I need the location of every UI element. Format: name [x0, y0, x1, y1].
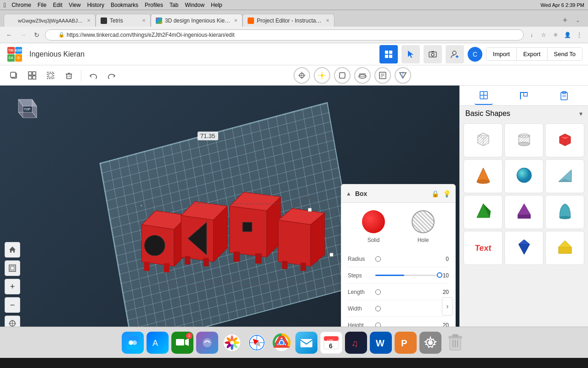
menu-tab[interactable]: Tab — [170, 2, 178, 8]
back-button[interactable]: ← — [4, 29, 15, 40]
menu-bookmarks[interactable]: Bookmarks — [111, 2, 138, 8]
width-circle-icon[interactable] — [375, 306, 381, 311]
dock-siri[interactable] — [196, 332, 218, 354]
dock-appstore[interactable]: A — [147, 332, 169, 354]
user-avatar[interactable]: C — [468, 47, 482, 62]
frame-button[interactable] — [5, 260, 20, 276]
import-button[interactable]: Import — [486, 48, 517, 60]
menu-view[interactable]: View — [69, 2, 81, 8]
select-tool-button[interactable] — [401, 45, 420, 63]
zoom-in-button[interactable]: + — [5, 279, 20, 294]
tab-2[interactable]: Tetris ✕ — [96, 14, 151, 27]
dock-settings[interactable] — [419, 332, 441, 354]
export-button[interactable]: Export — [517, 48, 548, 60]
align-button[interactable] — [5, 316, 20, 327]
menu-chrome[interactable]: Chrome — [11, 2, 31, 8]
light-button[interactable] — [314, 67, 330, 84]
shape-item-pyramid[interactable] — [464, 195, 503, 229]
tab-4[interactable]: Project Editor - Instructables ✕ — [243, 14, 334, 27]
panel-lock-button[interactable]: 🔒 — [431, 190, 439, 197]
camera-button[interactable] — [424, 45, 442, 63]
tab-1[interactable]: wGwgwZ9vq3jWgAAAABJRU5... ✕ — [4, 14, 96, 27]
steps-slider-thumb[interactable] — [437, 272, 442, 278]
dock-finder[interactable] — [122, 332, 144, 354]
add-user-button[interactable] — [446, 45, 464, 63]
user-menu[interactable]: 👤 — [562, 30, 572, 40]
tab-list-button[interactable]: ⌄ — [571, 14, 584, 27]
view-mode-button[interactable] — [294, 67, 310, 84]
shape-item-box-red[interactable] — [545, 123, 584, 157]
shapes-category-dropdown[interactable]: ▾ — [579, 110, 582, 117]
menu-edit[interactable]: Edit — [53, 2, 62, 8]
tab3-close[interactable]: ✕ — [234, 18, 237, 23]
redo-button[interactable] — [103, 67, 120, 84]
delete-button[interactable] — [61, 67, 77, 84]
radius-circle-icon[interactable] — [375, 256, 381, 262]
height-circle-icon[interactable] — [375, 322, 381, 327]
home-view-button[interactable] — [5, 242, 20, 258]
shape-item-sphere[interactable] — [504, 159, 543, 193]
apple-menu[interactable]:  — [4, 1, 6, 9]
dock-mail[interactable] — [295, 332, 317, 354]
download-button[interactable]: ↓ — [526, 30, 537, 40]
shape-item-prism[interactable] — [504, 195, 543, 229]
shapes-corner-icon[interactable] — [514, 86, 533, 105]
dock-podcast[interactable]: P — [395, 332, 417, 354]
grid-toggle-button[interactable] — [354, 67, 371, 84]
reload-button[interactable]: ↻ — [31, 29, 42, 40]
width-label: Width — [348, 305, 375, 312]
shape-item-cone[interactable] — [464, 159, 503, 193]
shape-item-gem[interactable] — [504, 231, 543, 265]
bookmark-button[interactable]: ☆ — [538, 30, 548, 40]
shape-item-paraboloid[interactable] — [545, 195, 584, 229]
address-input[interactable]: 🔒 https://www.tinkercad.com/things/eZJth… — [45, 29, 524, 40]
shapes-clipboard-icon[interactable] — [555, 86, 573, 105]
shape-item-roof[interactable] — [545, 231, 584, 265]
undo-button[interactable] — [85, 67, 102, 84]
dock-calendar[interactable]: 6APR — [320, 332, 342, 354]
menu-history[interactable]: History — [87, 2, 104, 8]
mirror-button[interactable] — [395, 67, 411, 84]
tab1-close[interactable]: ✕ — [87, 18, 90, 23]
shapes-grid-icon[interactable] — [475, 86, 493, 105]
dock-photos[interactable] — [221, 332, 243, 354]
panel-collapse-button[interactable]: ▲ — [346, 190, 351, 197]
forward-button[interactable]: → — [17, 29, 28, 40]
ungroup-button[interactable] — [42, 67, 59, 84]
dock-chrome[interactable] — [271, 332, 293, 354]
shape-item-cylinder-gray[interactable] — [504, 123, 543, 157]
dock-safari[interactable] — [246, 332, 268, 354]
shape-item-wedge[interactable] — [545, 159, 584, 193]
menu-window[interactable]: Window — [185, 2, 204, 8]
dock-trash[interactable] — [444, 332, 466, 354]
copy-button[interactable] — [6, 67, 22, 84]
new-tab-button[interactable]: + — [559, 14, 571, 27]
solid-type-option[interactable]: Solid — [362, 210, 385, 243]
dock-music[interactable]: ♫ — [345, 332, 367, 354]
svg-rect-60 — [233, 252, 240, 262]
steps-slider-track[interactable] — [375, 275, 440, 276]
group-button[interactable] — [24, 67, 40, 84]
hole-type-option[interactable]: Hole — [412, 210, 435, 243]
extensions-button[interactable]: ⚛ — [550, 30, 560, 40]
length-circle-icon[interactable] — [375, 289, 381, 295]
menu-file[interactable]: File — [38, 2, 46, 8]
browser-menu[interactable]: ⋮ — [574, 30, 584, 40]
menu-profiles[interactable]: Profiles — [145, 2, 163, 8]
send-to-button[interactable]: Send To — [548, 48, 582, 60]
panel-visibility-button[interactable]: 💡 — [443, 190, 451, 197]
shape-item-box-gray[interactable] — [464, 123, 503, 157]
tab4-close[interactable]: ✕ — [326, 18, 329, 23]
panel-scroll-button[interactable]: › — [442, 297, 453, 316]
tab2-close[interactable]: ✕ — [142, 18, 146, 23]
shape-toggle-button[interactable] — [334, 67, 351, 84]
dock-wallet[interactable]: W — [370, 332, 392, 354]
steps-control[interactable] — [375, 275, 440, 276]
tab-3[interactable]: 3D design Ingenious Kieran | T... ✕ — [151, 14, 243, 27]
menu-help[interactable]: Help — [211, 2, 222, 8]
notes-button[interactable] — [374, 67, 391, 84]
shape-item-text[interactable]: Text — [464, 231, 503, 265]
zoom-out-button[interactable]: − — [5, 297, 20, 313]
dock-facetime[interactable]: 1 — [171, 332, 193, 354]
grid-view-button[interactable] — [379, 45, 398, 63]
